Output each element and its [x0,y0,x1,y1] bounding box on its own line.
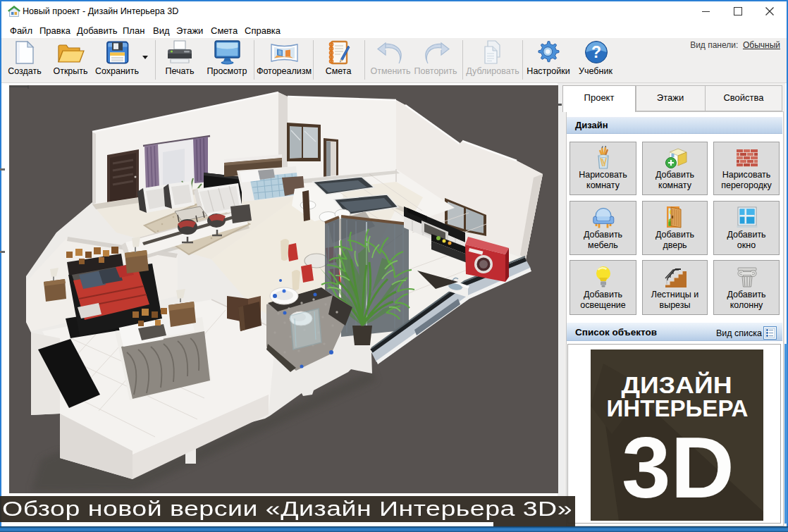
svg-text:3D: 3D [622,420,734,516]
svg-text:ИНТЕРЬЕРА: ИНТЕРЬЕРА [607,395,749,421]
